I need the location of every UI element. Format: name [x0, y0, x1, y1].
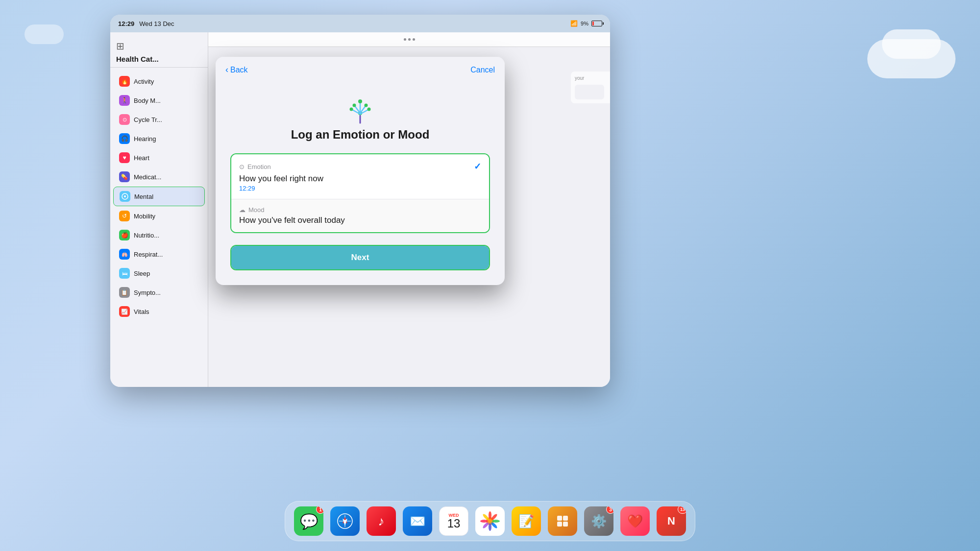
emotion-description: How you feel right now	[239, 174, 481, 184]
svg-point-22	[492, 520, 500, 523]
health-main-header	[208, 32, 610, 47]
modal-body: Log an Emotion or Mood ⊙ Emotion ✓ How y…	[216, 79, 505, 285]
sidebar-item-cycle[interactable]: ⊙ Cycle Tr...	[113, 110, 205, 129]
status-bar: 12:29 Wed 13 Dec 📶 9%	[110, 15, 610, 32]
emotion-option[interactable]: ⊙ Emotion ✓ How you feel right now 12:29	[231, 154, 489, 199]
ipad-frame: 12:29 Wed 13 Dec 📶 9% ⊞ Health Cat...	[110, 15, 610, 387]
emotion-label: ⊙ Emotion	[239, 163, 271, 170]
emotion-checkmark: ✓	[474, 161, 481, 172]
sidebar-item-nutrition[interactable]: 🍎 Nutritio...	[113, 226, 205, 244]
photos-icon	[480, 511, 500, 531]
mood-description: How you've felt overall today	[239, 216, 481, 225]
sidebar-item-body[interactable]: 🚶 Body M...	[113, 91, 205, 110]
calendar-day-num: 13	[447, 518, 461, 529]
dock: 💬 1 ♪ ✉️ WED 13	[285, 501, 695, 541]
right-panel-hint: your	[571, 72, 610, 103]
dock-app-calendar[interactable]: WED 13	[439, 506, 468, 536]
medications-icon: 💊	[119, 171, 130, 182]
wifi-icon: 📶	[570, 20, 578, 27]
dock-app-health[interactable]: ❤️	[620, 506, 650, 536]
sidebar-item-label: Mobility	[134, 213, 155, 220]
modal-back-button[interactable]: ‹ Back	[225, 65, 248, 75]
cycle-icon: ⊙	[119, 114, 130, 125]
sidebar-item-label: Sympto...	[134, 289, 161, 296]
sidebar-item-respiratory[interactable]: 🫁 Respirat...	[113, 245, 205, 264]
sidebar-item-mental[interactable]: Mental	[113, 187, 205, 206]
chevron-left-icon: ‹	[225, 65, 228, 75]
mood-type-icon: ☁	[239, 206, 245, 214]
sidebar-item-medications[interactable]: 💊 Medicat...	[113, 168, 205, 186]
mood-label: ☁ Mood	[239, 206, 481, 214]
sheets-icon	[554, 513, 571, 529]
sidebar-item-vitals[interactable]: 📈 Vitals	[113, 302, 205, 321]
activity-icon: 🔥	[119, 76, 130, 87]
svg-point-11	[365, 104, 368, 107]
messages-badge: 1	[316, 506, 323, 514]
svg-rect-31	[563, 522, 568, 527]
svg-point-26	[480, 520, 488, 523]
emotion-time: 12:29	[239, 185, 481, 192]
dock-app-notes[interactable]: 📝	[512, 506, 541, 536]
dock-app-music[interactable]: ♪	[367, 506, 396, 536]
modal-dialog: ‹ Back Cancel	[216, 57, 505, 285]
sidebar-title: Health Cat...	[116, 55, 202, 63]
sidebar-item-activity[interactable]: 🔥 Activity	[113, 72, 205, 91]
mood-type-text: Mood	[248, 206, 265, 214]
sleep-icon: 🛏	[119, 268, 130, 279]
sidebar-item-symptoms[interactable]: 📋 Sympto...	[113, 283, 205, 302]
dock-app-settings[interactable]: ⚙️ 3	[584, 506, 613, 536]
sidebar-menu-icon: ⊞	[116, 40, 202, 52]
modal-nav: ‹ Back Cancel	[216, 57, 505, 79]
options-container: ⊙ Emotion ✓ How you feel right now 12:29…	[230, 153, 490, 233]
messages-icon: 💬	[300, 513, 318, 530]
dock-app-news[interactable]: N 13	[657, 506, 686, 536]
sidebar-item-mobility[interactable]: ↺ Mobility	[113, 207, 205, 225]
svg-point-13	[358, 99, 362, 103]
modal-cancel-button[interactable]: Cancel	[470, 66, 495, 74]
hearing-icon: 🎧	[119, 133, 130, 144]
dock-app-mail[interactable]: ✉️	[403, 506, 432, 536]
svg-point-27	[482, 513, 490, 521]
emotion-type-icon: ⊙	[239, 163, 245, 170]
health-sidebar: ⊞ Health Cat... 🔥 Activity 🚶 Body M...	[110, 32, 208, 387]
sidebar-item-label: Mental	[134, 193, 153, 200]
battery-icon	[591, 21, 602, 26]
emotion-type-text: Emotion	[247, 163, 271, 170]
sidebar-item-label: Hearing	[134, 135, 156, 143]
sidebar-item-label: Nutritio...	[134, 232, 159, 239]
svg-rect-29	[563, 516, 568, 521]
settings-icon: ⚙️	[591, 514, 607, 529]
sidebar-item-hearing[interactable]: 🎧 Hearing	[113, 129, 205, 148]
status-date: Wed 13 Dec	[139, 20, 174, 27]
dock-app-photos[interactable]	[475, 506, 505, 536]
svg-rect-30	[557, 522, 562, 527]
dock-app-messages[interactable]: 💬 1	[294, 506, 323, 536]
mental-health-icon	[341, 89, 380, 128]
vitals-icon: 📈	[119, 306, 130, 317]
svg-point-1	[124, 195, 126, 197]
mail-icon: ✉️	[410, 514, 425, 529]
sidebar-item-label: Vitals	[134, 308, 149, 315]
mood-option[interactable]: ☁ Mood How you've felt overall today	[231, 199, 489, 232]
nutrition-icon: 🍎	[119, 230, 130, 240]
mental-icon	[120, 191, 130, 202]
sidebar-item-sleep[interactable]: 🛏 Sleep	[113, 264, 205, 283]
notes-icon: 📝	[518, 514, 534, 529]
dock-app-safari[interactable]	[330, 506, 360, 536]
dots-menu	[404, 38, 415, 41]
mobility-icon: ↺	[119, 211, 130, 221]
next-button-wrapper: Next	[230, 245, 490, 270]
next-button[interactable]: Next	[231, 246, 489, 269]
sidebar-items: 🔥 Activity 🚶 Body M... ⊙ Cycle Tr...	[110, 68, 208, 325]
safari-icon	[337, 513, 353, 529]
sidebar-item-label: Medicat...	[134, 173, 161, 181]
battery-percent: 9%	[581, 21, 588, 26]
ipad-content: ⊞ Health Cat... 🔥 Activity 🚶 Body M...	[110, 32, 610, 387]
svg-point-7	[368, 108, 371, 111]
dock-app-sheets[interactable]	[548, 506, 577, 536]
calendar-display: WED 13	[447, 513, 461, 529]
sidebar-item-heart[interactable]: ♥ Heart	[113, 148, 205, 167]
news-badge: 13	[678, 506, 686, 514]
status-time: 12:29	[118, 20, 134, 27]
svg-point-9	[353, 104, 356, 107]
